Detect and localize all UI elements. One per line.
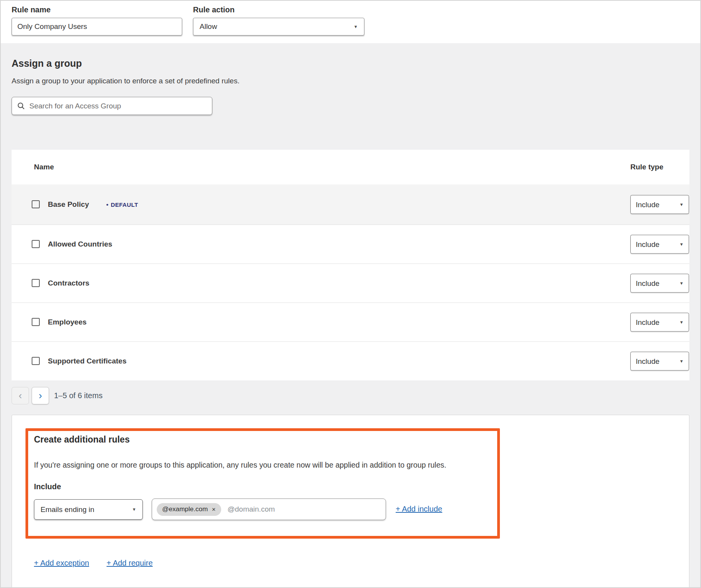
chevron-down-icon: ▼ bbox=[679, 242, 684, 247]
row-checkbox[interactable] bbox=[32, 318, 40, 326]
rule-name-input[interactable] bbox=[12, 18, 182, 35]
table-header: Name Rule type bbox=[12, 150, 689, 184]
group-name: Employees bbox=[48, 318, 86, 326]
chevron-down-icon: ▼ bbox=[679, 203, 684, 207]
chevron-left-icon: ‹ bbox=[19, 390, 22, 402]
search-input[interactable] bbox=[29, 102, 207, 110]
default-badge: • DEFAULT bbox=[106, 201, 138, 208]
rule-type-value: Include bbox=[636, 357, 659, 365]
access-rule-page: Rule name Rule action Allow ▼ Assign a g… bbox=[0, 0, 701, 588]
rule-action-value: Allow bbox=[200, 22, 217, 31]
access-groups-table: Name Rule type Base Policy • DEFAULT Inc… bbox=[12, 150, 689, 380]
row-checkbox[interactable] bbox=[32, 240, 40, 248]
assign-group-description: Assign a group to your application to en… bbox=[12, 77, 239, 85]
bullet-icon: • bbox=[106, 201, 108, 208]
rule-header-section: Rule name Rule action Allow ▼ bbox=[0, 0, 701, 43]
rule-type-select[interactable]: Include ▼ bbox=[630, 352, 689, 371]
access-group-search[interactable] bbox=[12, 97, 212, 115]
group-name: Supported Certificates bbox=[48, 357, 127, 365]
chevron-down-icon: ▼ bbox=[679, 281, 684, 286]
row-checkbox[interactable] bbox=[32, 279, 40, 287]
email-chip: @example.com ✕ bbox=[157, 503, 221, 516]
include-label: Include bbox=[34, 482, 61, 491]
table-row-base-policy: Base Policy • DEFAULT Include ▼ bbox=[12, 184, 689, 225]
remove-chip-icon[interactable]: ✕ bbox=[212, 507, 216, 512]
next-page-button[interactable]: › bbox=[32, 387, 49, 404]
row-checkbox[interactable] bbox=[32, 200, 40, 208]
chevron-down-icon: ▼ bbox=[354, 25, 358, 29]
rule-type-value: Include bbox=[636, 279, 659, 287]
email-chip-label: @example.com bbox=[162, 505, 208, 513]
column-header-rule-type: Rule type bbox=[630, 163, 664, 171]
pagination-count: 1–5 of 6 items bbox=[54, 387, 103, 404]
chevron-down-icon: ▼ bbox=[132, 507, 136, 512]
rule-action-label: Rule action bbox=[193, 5, 235, 14]
domain-input[interactable] bbox=[227, 505, 381, 514]
chevron-down-icon: ▼ bbox=[679, 320, 684, 324]
rule-name-label: Rule name bbox=[12, 5, 51, 14]
add-require-link[interactable]: + Add require bbox=[107, 559, 153, 568]
rule-selector-value: Emails ending in bbox=[41, 505, 94, 514]
row-checkbox[interactable] bbox=[32, 357, 40, 365]
rule-type-value: Include bbox=[636, 318, 659, 326]
table-row-allowed-countries: Allowed Countries Include ▼ bbox=[12, 225, 689, 264]
add-exception-link[interactable]: + Add exception bbox=[34, 559, 89, 568]
table-row-supported-certificates: Supported Certificates Include ▼ bbox=[12, 341, 689, 380]
add-include-link[interactable]: + Add include bbox=[396, 505, 442, 514]
additional-rules-title: Create additional rules bbox=[34, 434, 130, 445]
search-icon bbox=[17, 102, 25, 110]
additional-rules-description: If you're assigning one or more groups t… bbox=[34, 461, 478, 470]
chevron-down-icon: ▼ bbox=[679, 359, 684, 363]
default-badge-label: DEFAULT bbox=[111, 201, 138, 208]
rule-action-select[interactable]: Allow ▼ bbox=[193, 18, 364, 35]
chevron-right-icon: › bbox=[39, 390, 42, 402]
previous-page-button[interactable]: ‹ bbox=[12, 387, 29, 404]
column-header-name: Name bbox=[34, 163, 54, 171]
group-name: Allowed Countries bbox=[48, 240, 112, 248]
table-row-employees: Employees Include ▼ bbox=[12, 302, 689, 341]
rule-type-select[interactable]: Include ▼ bbox=[630, 313, 689, 332]
rule-type-select[interactable]: Include ▼ bbox=[630, 195, 689, 214]
rule-type-select[interactable]: Include ▼ bbox=[630, 274, 689, 293]
table-row-contractors: Contractors Include ▼ bbox=[12, 264, 689, 302]
rule-type-select[interactable]: Include ▼ bbox=[630, 235, 689, 254]
group-name: Base Policy bbox=[48, 200, 89, 209]
rule-selector-select[interactable]: Emails ending in ▼ bbox=[34, 499, 143, 520]
assign-group-title: Assign a group bbox=[12, 58, 82, 69]
rule-type-value: Include bbox=[636, 240, 659, 248]
rule-type-value: Include bbox=[636, 200, 659, 209]
group-name: Contractors bbox=[48, 279, 90, 287]
email-domains-input[interactable]: @example.com ✕ bbox=[152, 498, 386, 520]
